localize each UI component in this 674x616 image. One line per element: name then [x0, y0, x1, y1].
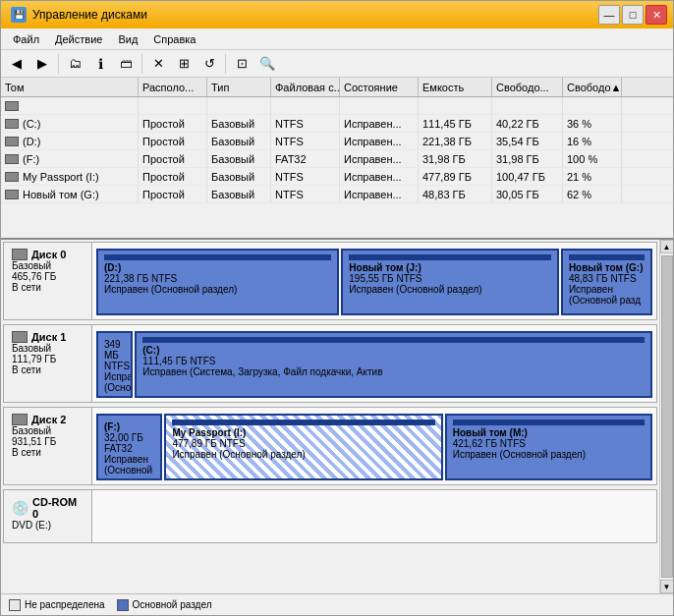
cell-fs — [271, 97, 340, 114]
cell-tom — [1, 97, 139, 114]
partition-349mb[interactable]: 349 МБ NTFS Исправен (Основной раз — [96, 331, 133, 398]
table-row[interactable]: (F:) Простой Базовый FAT32 Исправен... 3… — [1, 150, 673, 168]
disk-icon-0 — [5, 101, 19, 111]
partition-name-f: (F:) — [104, 421, 154, 432]
col-header-fs[interactable]: Файловая с... — [271, 78, 340, 96]
table-row[interactable]: (C:) Простой Базовый NTFS Исправен... 11… — [1, 115, 673, 133]
forward-button[interactable]: ▶ — [30, 53, 54, 75]
toolbar-sep-1 — [58, 54, 59, 74]
disk-icon-d — [5, 137, 19, 146]
partition-top-bar — [569, 254, 645, 260]
partition-fs-j: 195,55 ГБ NTFS — [349, 273, 551, 284]
partition-m[interactable]: Новый том (M:) 421,62 ГБ NTFS Исправен (… — [445, 414, 652, 480]
partition-fs-c: 111,45 ГБ NTFS — [142, 356, 645, 366]
new-button[interactable]: ⊞ — [172, 53, 196, 75]
legend-item-primary: Основной раздел — [117, 599, 212, 611]
title-buttons: — □ ✕ — [598, 5, 667, 25]
cell-sv2: 100 % — [563, 150, 622, 167]
table-row[interactable]: Новый том (G:) Простой Базовый NTFS Испр… — [1, 186, 673, 203]
cell-sv1: 30,05 ГБ — [492, 186, 563, 202]
col-header-tom[interactable]: Том — [1, 78, 139, 96]
cell-tip: Базовый — [207, 186, 271, 202]
partition-name-c: (C:) — [142, 345, 645, 356]
disk-partitions-0: (D:) 221,38 ГБ NTFS Исправен (Основной р… — [92, 243, 656, 319]
disk-partitions-1: 349 МБ NTFS Исправен (Основной раз (C:) … — [92, 325, 656, 402]
back-button[interactable]: ◀ — [5, 53, 28, 75]
disk-map-area: Диск 0 Базовый 465,76 ГБ В сети (D:) 221… — [1, 240, 659, 593]
col-header-sv2[interactable]: Свободо▲ — [563, 78, 622, 96]
cell-tip: Базовый — [207, 168, 271, 185]
cell-sv2 — [563, 97, 622, 114]
partition-name-i: My Passport (I:) — [172, 427, 434, 438]
col-header-sost[interactable]: Состояние — [340, 78, 419, 96]
col-header-tip[interactable]: Тип — [207, 78, 271, 96]
title-bar-left: 💾 Управление дисками — [11, 7, 147, 23]
cell-rasp: Простой — [139, 168, 207, 185]
col-header-sv1[interactable]: Свободо... — [492, 78, 563, 96]
table-row[interactable]: (D:) Простой Базовый NTFS Исправен... 22… — [1, 133, 673, 150]
delete-button[interactable]: ✕ — [146, 53, 170, 75]
info-button[interactable]: ℹ — [88, 53, 112, 75]
cell-sv2: 36 % — [563, 115, 622, 132]
partition-status-f: Исправен (Основной раз — [104, 454, 154, 480]
legend: Не распределена Основной раздел — [1, 593, 673, 615]
partition-status-j: Исправен (Основной раздел) — [349, 284, 551, 295]
scroll-thumb[interactable] — [661, 255, 673, 578]
scroll-down-arrow[interactable]: ▼ — [660, 580, 674, 593]
menu-file[interactable]: Файл — [5, 31, 47, 47]
cell-sv1: 40,22 ГБ — [492, 115, 563, 132]
minimize-button[interactable]: — — [598, 5, 620, 25]
cell-sost: Исправен... — [340, 115, 419, 132]
partition-j[interactable]: Новый том (J:) 195,55 ГБ NTFS Исправен (… — [341, 249, 559, 315]
partition-status-g: Исправен (Основной разд — [569, 284, 645, 306]
search-button[interactable]: 🔍 — [255, 53, 279, 75]
menu-action[interactable]: Действие — [47, 31, 110, 47]
cell-sv1 — [492, 97, 563, 114]
partition-i[interactable]: My Passport (I:) 477,89 ГБ NTFS Исправен… — [164, 414, 442, 480]
properties-button[interactable]: 🗃 — [114, 53, 138, 75]
partition-status-d: Исправен (Основной раздел) — [104, 284, 331, 295]
menu-help[interactable]: Справка — [145, 31, 203, 47]
partition-d[interactable]: (D:) 221,38 ГБ NTFS Исправен (Основной р… — [96, 249, 339, 315]
col-header-rasp[interactable]: Располо... — [139, 78, 207, 96]
refresh-button[interactable]: ↺ — [197, 53, 221, 75]
cell-fs: NTFS — [271, 168, 340, 185]
cd-icon: 💿 — [12, 500, 28, 516]
disk-label-2: Диск 2 Базовый 931,51 ГБ В сети — [4, 408, 92, 484]
partition-fs-g: 48,83 ГБ NTFS — [569, 273, 645, 284]
partition-f[interactable]: (F:) 32,00 ГБ FAT32 Исправен (Основной р… — [96, 414, 162, 480]
up-button[interactable]: 🗂 — [63, 53, 86, 75]
disk-icon-f — [5, 154, 19, 164]
table-row[interactable]: My Passport (I:) Простой Базовый NTFS Ис… — [1, 168, 673, 186]
close-button[interactable]: ✕ — [646, 5, 667, 25]
col-header-emk[interactable]: Емкость — [419, 78, 492, 96]
partition-g[interactable]: Новый том (G:) 48,83 ГБ NTFS Исправен (О… — [561, 249, 652, 315]
menu-view[interactable]: Вид — [110, 31, 145, 47]
main-window: 💾 Управление дисками — □ ✕ Файл Действие… — [0, 0, 674, 616]
scroll-up-arrow[interactable]: ▲ — [660, 240, 674, 253]
disk-partitions-2: (F:) 32,00 ГБ FAT32 Исправен (Основной р… — [92, 408, 656, 484]
partition-status-m: Исправен (Основной раздел) — [453, 449, 645, 460]
disk-icon-i — [5, 172, 19, 182]
maximize-button[interactable]: □ — [622, 5, 644, 25]
partition-name-g: Новый том (G:) — [569, 262, 645, 273]
options-button[interactable]: ⊡ — [230, 53, 253, 75]
cell-rasp: Простой — [139, 150, 207, 167]
cell-rasp — [139, 97, 207, 114]
scrollbar-right[interactable]: ▲ ▼ — [659, 240, 673, 593]
cd-name: 💿 CD-ROM 0 — [12, 496, 84, 520]
partition-top-bar — [349, 254, 551, 260]
disk-name-1: Диск 1 — [12, 331, 84, 343]
partition-c[interactable]: (C:) 111,45 ГБ NTFS Исправен (Система, З… — [135, 331, 652, 398]
cell-sost: Исправен... — [340, 186, 419, 202]
cell-sv2: 62 % — [563, 186, 622, 202]
table-row[interactable] — [1, 97, 673, 115]
cell-rasp: Простой — [139, 186, 207, 202]
partition-top-bar — [172, 420, 434, 425]
disk-name-0: Диск 0 — [12, 249, 84, 260]
disk-icon-sm-1 — [12, 331, 28, 343]
partition-name-d: (D:) — [104, 262, 331, 273]
table-header: Том Располо... Тип Файловая с... Состоян… — [1, 78, 673, 97]
cell-sv2: 16 % — [563, 133, 622, 149]
disk-icon-sm-2 — [12, 414, 28, 425]
